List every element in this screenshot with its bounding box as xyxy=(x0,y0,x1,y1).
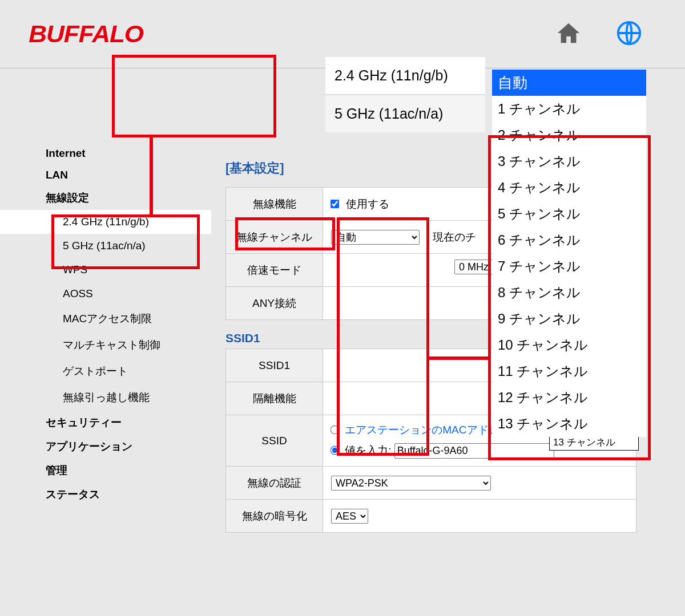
channel-option-big: 9 チャンネル xyxy=(492,306,646,332)
channel-option-big: 5 チャンネル xyxy=(492,201,646,227)
row-auth-val: WPA2-PSK xyxy=(323,467,636,500)
nav-wireless[interactable]: 無線設定 xyxy=(0,186,211,210)
header-icons xyxy=(555,20,642,48)
channel-option-big: 1 チャンネル xyxy=(492,96,646,122)
channel-option-big: 12 チャンネル xyxy=(492,384,646,411)
nav-aoss[interactable]: AOSS xyxy=(0,282,211,306)
row-wireless-func-label: 無線機能 xyxy=(226,188,323,221)
channel-option-big: 8 チャンネル xyxy=(492,279,646,306)
channel-dropdown-callout: 自動 1 チャンネル 2 チャンネル 3 チャンネル 4 チャンネル 5 チャン… xyxy=(492,70,646,437)
channel-option-big: 10 チャンネル xyxy=(492,332,646,358)
encryption-select[interactable]: AES xyxy=(331,509,368,524)
row-auth-label: 無線の認証 xyxy=(226,467,323,500)
wireless-func-checkbox-label: 使用する xyxy=(346,198,389,210)
ssid-mode-input-radio[interactable] xyxy=(331,446,340,455)
channel-current-hint: ( 現在のチ xyxy=(426,231,476,243)
nav-lan[interactable]: LAN xyxy=(0,164,211,186)
callout-bands: 2.4 GHz (11n/g/b) 5 GHz (11ac/n/a) xyxy=(325,57,485,132)
channel-option-big: 13 チャンネル xyxy=(492,411,646,437)
row-enc-label: 無線の暗号化 xyxy=(226,500,323,533)
home-icon[interactable] xyxy=(555,20,582,48)
channel-option-big: 2 チャンネル xyxy=(492,122,646,148)
nav-guest-port[interactable]: ゲストポート xyxy=(0,358,211,384)
ssid-mode-mac-radio[interactable] xyxy=(331,425,340,435)
row-enc-val: AES xyxy=(323,500,636,533)
row-channel-label: 無線チャンネル xyxy=(226,221,323,254)
channel-option-big: 4 チャンネル xyxy=(492,175,646,201)
nav-moving[interactable]: 無線引っ越し機能 xyxy=(0,384,211,411)
row-speed-label: 倍速モード xyxy=(226,254,323,287)
channel-select[interactable]: 自動 xyxy=(331,230,420,245)
nav-security[interactable]: セキュリティー xyxy=(0,411,211,435)
channel-option-big: 3 チャンネル xyxy=(492,148,646,175)
ssid-mode-input-label: 値を入力: xyxy=(345,444,391,456)
channel-option-big: 自動 xyxy=(492,70,646,96)
nav-mac-access[interactable]: MACアクセス制限 xyxy=(0,306,211,332)
nav-internet[interactable]: Internet xyxy=(0,143,211,164)
nav-24ghz[interactable]: 2.4 GHz (11n/g/b) xyxy=(0,210,211,234)
callout-band-24: 2.4 GHz (11n/g/b) xyxy=(325,57,485,94)
row-any-label: ANY接続 xyxy=(226,287,323,320)
ssid-input[interactable] xyxy=(394,443,554,459)
channel-option-big: 6 チャンネル xyxy=(492,227,646,253)
nav-application[interactable]: アプリケーション xyxy=(0,435,211,459)
nav-wps[interactable]: WPS xyxy=(0,258,211,282)
channel-option-big: 7 チャンネル xyxy=(492,253,646,279)
wireless-func-checkbox[interactable] xyxy=(331,199,340,208)
globe-icon[interactable] xyxy=(616,20,642,48)
auth-select[interactable]: WPA2-PSK xyxy=(331,476,491,491)
row-ssid1-label: SSID1 xyxy=(226,349,323,382)
brand-logo: BUFFALO xyxy=(29,21,143,48)
row-isolation-label: 隔離機能 xyxy=(226,382,323,415)
nav-multicast[interactable]: マルチキャスト制御 xyxy=(0,332,211,358)
nav-admin[interactable]: 管理 xyxy=(0,459,211,483)
callout-band-5: 5 GHz (11ac/n/a) xyxy=(325,94,485,132)
channel-option-big: 11 チャンネル xyxy=(492,358,646,384)
nav-status[interactable]: ステータス xyxy=(0,483,211,506)
row-ssid-label: SSID xyxy=(226,415,323,467)
sidebar: Internet LAN 無線設定 2.4 GHz (11n/g/b) 5 GH… xyxy=(0,68,211,533)
nav-5ghz[interactable]: 5 GHz (11ac/n/a) xyxy=(0,234,211,258)
